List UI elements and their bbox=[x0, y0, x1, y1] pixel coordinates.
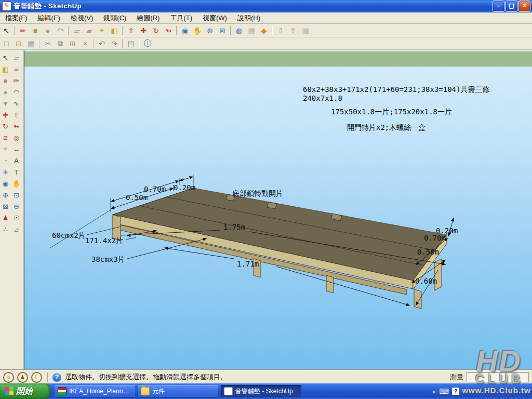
open-button[interactable]: ⊡ bbox=[13, 38, 24, 49]
move-tool-button[interactable]: ✚ bbox=[138, 25, 149, 36]
drawing-viewport[interactable] bbox=[24, 50, 532, 370]
circle-tool[interactable]: ● bbox=[0, 86, 11, 98]
position-camera-tool[interactable]: ♟ bbox=[0, 212, 11, 223]
look-around-tool[interactable]: ☉ bbox=[11, 212, 22, 223]
print-button[interactable]: ▤ bbox=[125, 38, 137, 49]
start-button[interactable]: 開始 bbox=[0, 383, 50, 399]
windows-flag-icon bbox=[5, 387, 14, 395]
minimize-button[interactable]: – bbox=[493, 1, 504, 12]
push-pull-tool-button[interactable]: ⇧ bbox=[125, 25, 137, 36]
start-label: 開始 bbox=[16, 386, 33, 397]
taskbar-button-sketchup[interactable]: 音響鋪墊 - SketchUp bbox=[221, 385, 301, 397]
menu-item[interactable]: 工具(T) bbox=[165, 12, 197, 24]
menu-item[interactable]: 檔案(F) bbox=[0, 12, 33, 24]
help-tray-icon[interactable]: ? bbox=[452, 388, 459, 395]
line-tool-button[interactable]: ✏ bbox=[17, 25, 29, 36]
restore-button[interactable]: ▢ bbox=[506, 1, 517, 12]
arc-tool[interactable]: ◠ bbox=[11, 86, 22, 98]
pan-tool-button[interactable]: ✋ bbox=[192, 25, 203, 36]
undo-button[interactable]: ↶ bbox=[96, 38, 108, 49]
follow-me-tool-button[interactable]: ↬ bbox=[163, 25, 174, 36]
copy-button[interactable]: ⧉ bbox=[55, 38, 66, 49]
paint-bucket-tool[interactable]: ◧ bbox=[0, 63, 11, 75]
rotate-tool-button[interactable]: ↻ bbox=[150, 25, 162, 36]
make-component-tool[interactable]: ▱ bbox=[11, 52, 22, 63]
keyboard-icon[interactable]: ⌨ bbox=[439, 388, 449, 395]
orbit-tool-button[interactable]: ◉ bbox=[179, 25, 191, 36]
measurement-input[interactable] bbox=[467, 372, 529, 382]
eraser-tool[interactable]: ▰ bbox=[11, 63, 22, 75]
toggle-terrain-button[interactable]: ▦ bbox=[246, 25, 257, 36]
moon-icon[interactable]: ☾ bbox=[31, 372, 42, 383]
select-tool-button[interactable]: ↖ bbox=[1, 25, 12, 36]
menu-item[interactable]: 編輯(E) bbox=[33, 12, 65, 24]
move-tool[interactable]: ✚ bbox=[0, 109, 11, 121]
eraser-tool-button[interactable]: ▰ bbox=[84, 25, 95, 36]
zoom-extents-tool[interactable]: ⊠ bbox=[0, 201, 11, 212]
person-icon[interactable]: ♟ bbox=[17, 372, 28, 383]
scale-tool[interactable]: ⧄ bbox=[0, 132, 11, 143]
close-button[interactable]: × bbox=[518, 1, 530, 12]
save-button[interactable]: ▦ bbox=[25, 38, 37, 49]
menu-item[interactable]: 繪圖(R) bbox=[131, 12, 165, 24]
rectangle-tool-button[interactable]: ■ bbox=[30, 25, 41, 36]
hide-icons-chevron[interactable]: « bbox=[432, 388, 436, 395]
3d-text-tool[interactable]: T bbox=[11, 166, 22, 178]
sketchup-window: ✎ 音響鋪墊 - SketchUp –▢× 檔案(F)編輯(E)檢視(V)鏡頭(… bbox=[0, 0, 532, 399]
paste-button[interactable]: ⊞ bbox=[67, 38, 78, 49]
orbit-tool[interactable]: ◉ bbox=[0, 178, 11, 189]
window-title: 音響鋪墊 - SketchUp bbox=[14, 2, 82, 11]
lightbulb-icon[interactable]: ☼ bbox=[3, 372, 14, 383]
erase-button[interactable]: × bbox=[79, 38, 91, 49]
winrar-icon bbox=[58, 387, 66, 395]
taskbar-button-ikea[interactable]: IKEA_Home_Planner... bbox=[55, 385, 135, 397]
zoom-window-tool[interactable]: ⊡ bbox=[11, 189, 22, 201]
walk-tool[interactable]: ∴ bbox=[0, 223, 11, 235]
arc-tool-button[interactable]: ◠ bbox=[55, 25, 66, 36]
zoom-tool-button[interactable]: ⊕ bbox=[204, 25, 216, 36]
paint-bucket-tool-button[interactable]: ◧ bbox=[109, 25, 120, 36]
line-tool[interactable]: ✏ bbox=[11, 75, 22, 86]
get-current-view-button[interactable]: ◍ bbox=[233, 25, 245, 36]
get-models-button[interactable]: ⇩ bbox=[275, 25, 286, 36]
make-component-button[interactable]: ▱ bbox=[71, 25, 83, 36]
tape-measure-tool-button[interactable]: ⌖ bbox=[96, 25, 108, 36]
offset-tool[interactable]: ◎ bbox=[11, 132, 22, 143]
menu-item[interactable]: 鏡頭(C) bbox=[98, 12, 131, 24]
cut-button[interactable]: ✂ bbox=[42, 38, 54, 49]
status-separator bbox=[47, 373, 48, 382]
menu-item[interactable]: 檢視(V) bbox=[65, 12, 98, 24]
help-icon: ? bbox=[52, 373, 61, 382]
pan-tool[interactable]: ✋ bbox=[11, 178, 22, 189]
sketchup-icon bbox=[224, 387, 233, 395]
follow-me-tool[interactable]: ↬ bbox=[11, 121, 22, 132]
text-tool[interactable]: A bbox=[11, 155, 22, 166]
taskbar-button-components[interactable]: 元件 bbox=[138, 385, 218, 397]
new-document-button[interactable]: □ bbox=[1, 38, 12, 49]
freehand-tool[interactable]: ∿ bbox=[11, 98, 22, 109]
polygon-tool[interactable]: ▼ bbox=[0, 98, 11, 109]
toolbar-separator bbox=[14, 26, 15, 35]
section-plane-tool[interactable]: ⊿ bbox=[11, 223, 22, 235]
rectangle-tool[interactable]: ■ bbox=[0, 75, 11, 86]
redo-button[interactable]: ↷ bbox=[109, 38, 120, 49]
select-tool[interactable]: ↖ bbox=[0, 52, 11, 63]
share-model-button[interactable]: ⇧ bbox=[287, 25, 299, 36]
dimension-tool[interactable]: ↔ bbox=[11, 143, 22, 155]
zoom-tool[interactable]: ⊕ bbox=[0, 189, 11, 201]
toolbar-separator bbox=[272, 26, 273, 35]
circle-tool-button[interactable]: ● bbox=[42, 25, 54, 36]
push-pull-tool[interactable]: ⇧ bbox=[11, 109, 22, 121]
zoom-extents-tool-button[interactable]: ⊠ bbox=[217, 25, 228, 36]
measurement-label: 測量 bbox=[450, 373, 463, 382]
rotate-tool[interactable]: ↻ bbox=[0, 121, 11, 132]
tape-measure-tool[interactable]: ⌖ bbox=[0, 143, 11, 155]
place-model-button[interactable]: ◆ bbox=[258, 25, 270, 36]
axes-tool[interactable]: ✳ bbox=[0, 166, 11, 178]
zoom-previous-tool[interactable]: ⊖ bbox=[11, 201, 22, 212]
about-button[interactable]: ⓘ bbox=[142, 38, 153, 49]
menu-item[interactable]: 視窗(W) bbox=[197, 12, 232, 24]
model-info-button[interactable]: ▥ bbox=[300, 25, 311, 36]
menu-item[interactable]: 說明(H) bbox=[232, 12, 265, 24]
protractor-tool[interactable]: ◔ bbox=[0, 155, 11, 166]
